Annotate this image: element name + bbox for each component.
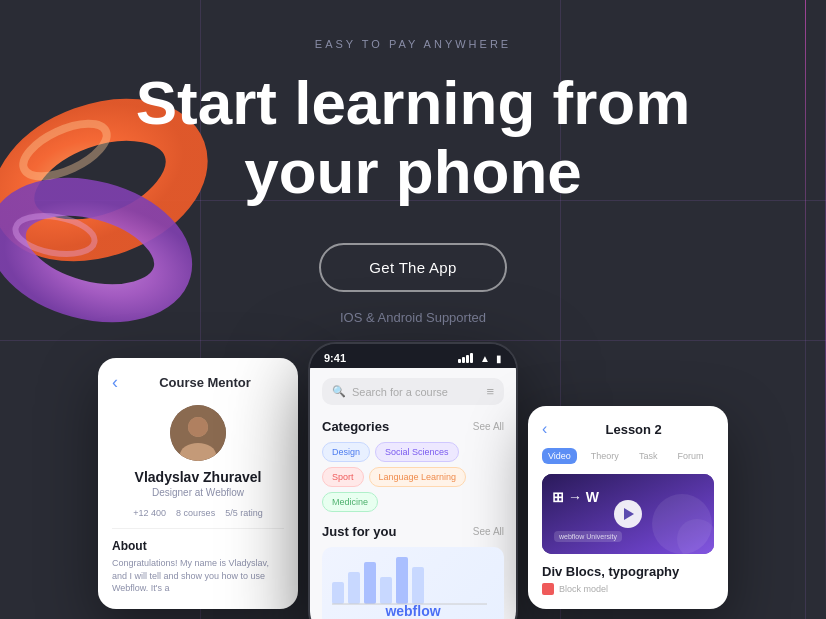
support-text: IOS & Android Supported [340, 310, 486, 325]
play-arrow-icon [624, 508, 634, 520]
about-section: About Congratulations! My name is Vladys… [112, 539, 284, 595]
svg-rect-9 [348, 572, 360, 604]
tab-forum[interactable]: Forum [671, 448, 709, 464]
hero-section: EASY TO PAY ANYWHERE Start learning from… [0, 0, 826, 345]
tagline: EASY TO PAY ANYWHERE [315, 38, 511, 50]
tag-design[interactable]: Design [322, 442, 370, 462]
svg-rect-13 [412, 567, 424, 604]
tag-language[interactable]: Language Learning [369, 467, 467, 487]
phones-showcase: ‹ Course Mentor Vladyslav Zhuravel Desig… [93, 342, 733, 619]
svg-rect-10 [364, 562, 376, 604]
tab-video[interactable]: Video [542, 448, 577, 464]
tag-medicine[interactable]: Medicine [322, 492, 378, 512]
tag-social[interactable]: Social Sciences [375, 442, 459, 462]
about-heading: About [112, 539, 284, 553]
lesson-title: Lesson 2 [553, 422, 714, 437]
card-header: ‹ Course Mentor [112, 372, 284, 393]
categories-label: Categories [322, 419, 389, 434]
mentor-name: Vladyslav Zhuravel [112, 469, 284, 485]
see-all-courses[interactable]: See All [473, 526, 504, 537]
svg-rect-11 [380, 577, 392, 604]
svg-rect-12 [396, 557, 408, 604]
category-tags: Design Social Sciences Sport Language Le… [322, 442, 504, 512]
students-stat: +12 400 [133, 508, 166, 518]
svg-rect-8 [332, 582, 344, 604]
lesson-back-icon[interactable]: ‹ [542, 420, 547, 438]
phone-screen: 🔍 Search for a course ≡ Categories See A… [310, 368, 516, 619]
tag-sport[interactable]: Sport [322, 467, 364, 487]
phone-status-icons: ▲ ▮ [458, 353, 502, 364]
search-placeholder: Search for a course [352, 386, 480, 398]
just-for-you-header: Just for you See All [322, 524, 504, 539]
mentor-role: Designer at Webflow [112, 487, 284, 498]
lesson-card: ‹ Lesson 2 Video Theory Task Forum [528, 406, 728, 609]
rating-stat: 5/5 rating [225, 508, 263, 518]
block-model-row: Block model [542, 583, 714, 595]
card-title: Course Mentor [126, 375, 284, 390]
courses-stat: 8 courses [176, 508, 215, 518]
webflow-badge: webflow University [554, 531, 622, 542]
hero-title: Start learning from your phone [136, 68, 691, 207]
block-icon [542, 583, 554, 595]
categories-header: Categories See All [322, 419, 504, 434]
center-phone: 9:41 ▲ ▮ 🔍 Search for a course ≡ Categor… [308, 342, 518, 619]
lesson-header: ‹ Lesson 2 [542, 420, 714, 438]
course-mentor-card: ‹ Course Mentor Vladyslav Zhuravel Desig… [98, 358, 298, 609]
about-text: Congratulations! My name is Vladyslav, a… [112, 557, 284, 595]
search-bar[interactable]: 🔍 Search for a course ≡ [322, 378, 504, 405]
chart-visualization [332, 552, 492, 607]
phone-time: 9:41 [324, 352, 346, 364]
battery-icon: ▮ [496, 353, 502, 364]
wifi-icon: ▲ [480, 353, 490, 364]
mentor-avatar [170, 405, 226, 461]
filter-icon[interactable]: ≡ [486, 384, 494, 399]
webflow-brand: webflow [385, 603, 440, 619]
get-app-button[interactable]: Get The App [319, 243, 506, 292]
tab-theory[interactable]: Theory [585, 448, 625, 464]
video-course-title: Div Blocs, typography [542, 564, 714, 579]
course-preview-card[interactable]: webflow [322, 547, 504, 619]
svg-text:⊞ → W: ⊞ → W [552, 489, 600, 505]
see-all-categories[interactable]: See All [473, 421, 504, 432]
just-for-you-label: Just for you [322, 524, 396, 539]
lesson-tabs: Video Theory Task Forum [542, 448, 714, 464]
svg-point-7 [188, 417, 208, 437]
video-thumbnail[interactable]: ⊞ → W webflow University [542, 474, 714, 554]
phone-status-bar: 9:41 ▲ ▮ [310, 344, 516, 368]
mentor-stats: +12 400 8 courses 5/5 rating [112, 508, 284, 529]
back-arrow-icon[interactable]: ‹ [112, 372, 118, 393]
signal-icon [458, 353, 473, 363]
search-icon: 🔍 [332, 385, 346, 398]
play-button[interactable] [614, 500, 642, 528]
tab-task[interactable]: Task [633, 448, 664, 464]
block-model-label: Block model [559, 584, 608, 594]
